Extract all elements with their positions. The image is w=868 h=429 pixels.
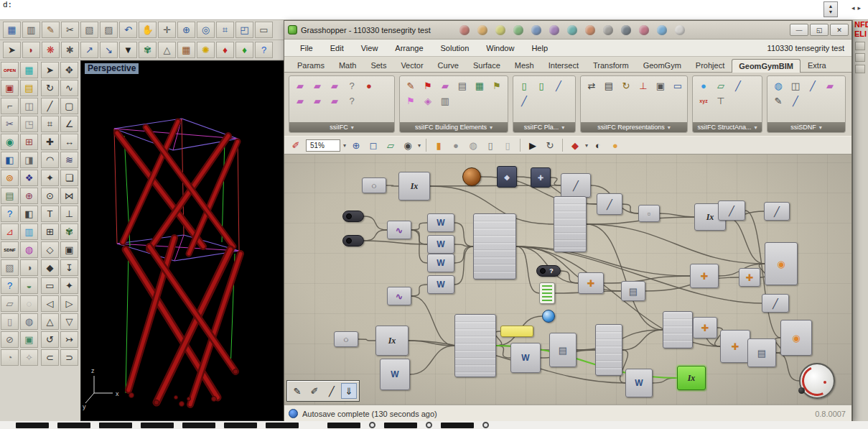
- pin-icon[interactable]: ⚑: [420, 78, 436, 93]
- prism-icon[interactable]: ▰: [327, 78, 342, 93]
- gh-node-knob1[interactable]: [462, 167, 481, 186]
- gem-icon[interactable]: ❖: [20, 170, 38, 186]
- gh-node-g2[interactable]: ∿: [387, 287, 411, 305]
- gh-node-pops1[interactable]: ╱: [597, 193, 622, 215]
- help-icon[interactable]: ?: [255, 42, 273, 58]
- tri-left-icon[interactable]: ◁: [41, 295, 59, 312]
- apple-icon[interactable]: ●: [361, 78, 377, 93]
- compare-icon[interactable]: ⇄: [584, 78, 599, 93]
- wand-icon[interactable]: ✎: [403, 78, 419, 93]
- preview-shaded-icon[interactable]: ●: [449, 138, 463, 152]
- gh-node-org2[interactable]: ◉: [780, 320, 812, 356]
- ribbon-group-label[interactable]: ssiIFC Pla...▾: [513, 122, 575, 132]
- undo-icon[interactable]: ↶: [119, 22, 137, 38]
- print-icon[interactable]: ▥: [22, 22, 40, 38]
- document-icon-2[interactable]: ▯: [500, 138, 515, 152]
- pinpink-icon[interactable]: ⚑: [403, 93, 419, 108]
- pagegreen-icon[interactable]: ▯: [533, 78, 549, 93]
- prism-icon[interactable]: ▰: [292, 78, 308, 93]
- spark-icon[interactable]: ✧: [20, 349, 38, 366]
- export-icon[interactable]: ↗: [80, 42, 98, 58]
- rect-icon[interactable]: ▢: [60, 98, 78, 114]
- menu-item-edit[interactable]: Edit: [322, 42, 353, 55]
- bowl-icon[interactable]: ◒: [20, 277, 38, 294]
- qmark-icon[interactable]: ?: [344, 93, 360, 108]
- taskbar-window-button[interactable]: [266, 423, 299, 428]
- dot-ring-icon[interactable]: ◌: [20, 295, 38, 312]
- perp-icon[interactable]: ⊥: [60, 206, 78, 222]
- spark-icon[interactable]: ✦: [60, 277, 78, 294]
- prism-icon[interactable]: ▰: [292, 93, 308, 108]
- panel-icon[interactable]: ❏: [60, 170, 78, 186]
- taskbar-window-button[interactable]: [441, 423, 474, 428]
- gh-node-shield1[interactable]: ◆: [497, 166, 517, 188]
- move-icon[interactable]: ✥: [60, 62, 78, 78]
- flag-icon[interactable]: ⚑: [489, 78, 505, 93]
- join-icon[interactable]: ⋈: [60, 188, 78, 204]
- pencil-icon[interactable]: ✎: [770, 93, 786, 108]
- gh-node-list1[interactable]: [554, 196, 587, 252]
- diamond-icon[interactable]: ◇: [41, 241, 59, 258]
- select-icon[interactable]: ➤: [3, 42, 21, 58]
- copy-icon[interactable]: ▧: [80, 22, 98, 38]
- command-bar[interactable]: d: ▲▼ ◂▸: [0, 0, 868, 20]
- shade-icon[interactable]: ◧: [20, 206, 38, 222]
- gh-node-c2[interactable]: ○: [334, 331, 358, 347]
- close-button[interactable]: ✕: [830, 24, 849, 36]
- gh-node-ix4[interactable]: W: [380, 359, 410, 390]
- solid-diamond-icon[interactable]: ◆: [41, 259, 59, 276]
- split-icon[interactable]: ◫: [20, 98, 38, 114]
- sphere-icon[interactable]: ◍: [20, 313, 38, 330]
- zoom-in-icon[interactable]: ⊕: [349, 138, 363, 152]
- gh-node-tall4[interactable]: [595, 324, 622, 376]
- sketch-eraser-icon[interactable]: ✐: [289, 138, 303, 152]
- ball-icon[interactable]: ●: [608, 138, 622, 152]
- chevron-down-icon[interactable]: ▾: [585, 142, 588, 149]
- tri-right-icon[interactable]: ▷: [60, 295, 78, 312]
- page-icon[interactable]: ▯: [1, 313, 19, 330]
- waves-icon[interactable]: ≋: [60, 152, 78, 168]
- tab-transform[interactable]: Transform: [586, 58, 636, 72]
- tri-up-icon[interactable]: △: [41, 313, 59, 330]
- monitor-icon[interactable]: ▭: [670, 78, 686, 93]
- line-icon[interactable]: ╱: [41, 98, 59, 114]
- move-icon[interactable]: ✛: [158, 22, 176, 38]
- tab-vector[interactable]: Vector: [393, 58, 430, 72]
- rhino-viewport[interactable]: z x y Perspective: [80, 60, 284, 421]
- gh-node-line3[interactable]: ╱: [762, 294, 789, 313]
- sketch-pen-icon[interactable]: ✐: [307, 383, 322, 399]
- viewport-title[interactable]: Perspective: [85, 63, 139, 74]
- plus-icon[interactable]: ✚: [41, 134, 59, 150]
- gh-node-line2b[interactable]: ╱: [764, 202, 790, 221]
- image-icon[interactable]: ▦: [177, 42, 195, 58]
- gh-node-tog2[interactable]: [342, 235, 364, 246]
- flower-icon[interactable]: ✾: [139, 42, 157, 58]
- tab-surface[interactable]: Surface: [466, 58, 508, 72]
- taskbar-window-button[interactable]: [384, 423, 417, 428]
- green-drop-icon[interactable]: ♦: [235, 42, 253, 58]
- slash-icon[interactable]: ╱: [805, 78, 821, 93]
- sketch-line-icon[interactable]: ╱: [324, 383, 340, 399]
- menu-item-window[interactable]: Window: [477, 42, 523, 55]
- gh-node-line1[interactable]: ╱: [561, 173, 591, 198]
- tab-curve[interactable]: Curve: [431, 58, 466, 72]
- axes-icon[interactable]: ⊥: [635, 78, 651, 93]
- stack-icon[interactable]: ▥: [437, 93, 453, 108]
- diamond-icon[interactable]: ◈: [420, 93, 436, 108]
- gh-node-line2[interactable]: ╱: [718, 200, 745, 221]
- preview-clay-icon[interactable]: ▮: [431, 138, 446, 152]
- help-icon-2[interactable]: ?: [1, 277, 19, 294]
- taskbar-window-button[interactable]: [99, 423, 132, 428]
- gh-node-tog4[interactable]: ?: [536, 265, 561, 277]
- ribbon-group-label[interactable]: ssiIFC StructAna...▾: [693, 122, 762, 132]
- half-right-icon[interactable]: ◨: [20, 152, 38, 168]
- command-prompt[interactable]: d:: [3, 1, 12, 9]
- pagegreen-icon[interactable]: ▯: [516, 78, 532, 93]
- gh-node-g1[interactable]: ∿: [387, 221, 411, 239]
- slash-icon[interactable]: ╱: [551, 78, 566, 93]
- qmark-icon[interactable]: ?: [344, 78, 360, 93]
- flower-icon[interactable]: ✾: [60, 223, 78, 240]
- tab-extra[interactable]: Extra: [801, 58, 834, 72]
- gh-node-gsel[interactable]: Ix: [677, 366, 706, 390]
- open-button[interactable]: OPEN: [1, 62, 19, 78]
